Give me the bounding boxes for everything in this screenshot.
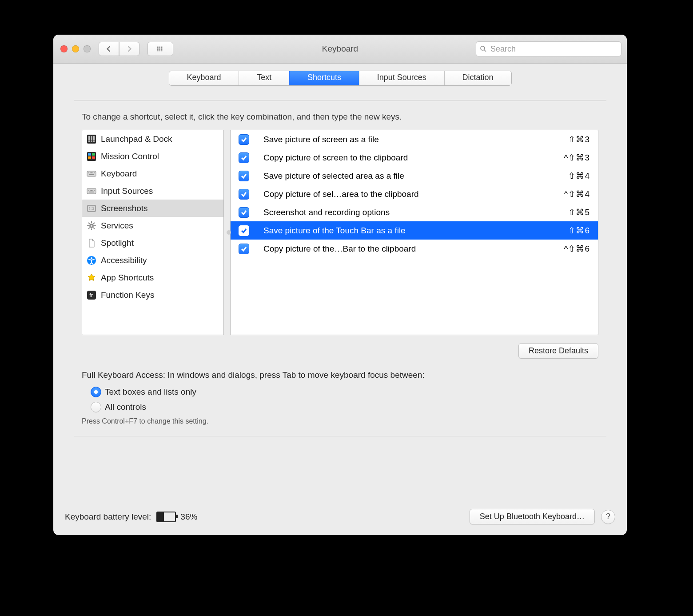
shortcut-row[interactable]: Save picture of selected area as a file⇧… bbox=[231, 167, 598, 185]
shortcut-checkbox[interactable] bbox=[239, 207, 249, 218]
svg-rect-13 bbox=[91, 136, 92, 138]
category-label: Spotlight bbox=[101, 238, 134, 248]
footer: Keyboard battery level: 36% Set Up Bluet… bbox=[53, 501, 627, 535]
shortcut-keys[interactable]: ⇧⌘6 bbox=[568, 225, 590, 236]
svg-line-10 bbox=[484, 50, 486, 52]
svg-rect-2 bbox=[161, 47, 163, 48]
keyboard-icon bbox=[87, 169, 96, 179]
category-function-keys[interactable]: fnFunction Keys bbox=[82, 286, 223, 304]
radio-all-controls[interactable]: All controls bbox=[91, 400, 598, 415]
shortcut-keys[interactable]: ⇧⌘5 bbox=[568, 207, 590, 217]
svg-rect-1 bbox=[159, 47, 160, 48]
help-button[interactable]: ? bbox=[601, 510, 615, 524]
chevron-right-icon bbox=[126, 46, 132, 52]
search-field[interactable] bbox=[476, 41, 621, 56]
fka-note: Press Control+F7 to change this setting. bbox=[82, 417, 598, 425]
close-button[interactable] bbox=[60, 45, 68, 52]
back-button[interactable] bbox=[99, 42, 119, 56]
setup-bluetooth-label: Set Up Bluetooth Keyboard… bbox=[480, 512, 585, 521]
svg-rect-31 bbox=[94, 172, 95, 173]
svg-point-51 bbox=[91, 225, 92, 227]
preferences-window: Keyboard KeyboardTextShortcutsInput Sour… bbox=[53, 35, 627, 535]
svg-rect-14 bbox=[93, 136, 95, 138]
shortcut-keys[interactable]: ^⇧⌘4 bbox=[564, 189, 590, 199]
category-accessibility[interactable]: Accessibility bbox=[82, 252, 223, 269]
shortcut-row[interactable]: Save picture of screen as a file⇧⌘3 bbox=[231, 130, 598, 148]
minimize-button[interactable] bbox=[72, 45, 79, 52]
screenshot-icon bbox=[87, 204, 96, 213]
zoom-button[interactable] bbox=[84, 45, 91, 52]
svg-rect-16 bbox=[91, 138, 92, 140]
shortcut-checkbox[interactable] bbox=[239, 134, 249, 145]
shortcut-label: Copy picture of sel…area to the clipboar… bbox=[263, 189, 558, 199]
shortcut-row[interactable]: Copy picture of screen to the clipboard^… bbox=[231, 148, 598, 167]
category-label: Screenshots bbox=[101, 204, 148, 213]
svg-rect-0 bbox=[157, 47, 159, 48]
help-label: ? bbox=[606, 512, 610, 521]
accessibility-icon bbox=[87, 256, 96, 265]
shortcut-label: Copy picture of screen to the clipboard bbox=[263, 153, 558, 163]
svg-rect-38 bbox=[94, 190, 95, 191]
shortcut-keys[interactable]: ^⇧⌘6 bbox=[564, 244, 590, 254]
tab-input-sources[interactable]: Input Sources bbox=[359, 71, 444, 85]
category-mission-control[interactable]: Mission Control bbox=[82, 148, 223, 165]
forward-button[interactable] bbox=[119, 42, 139, 56]
restore-defaults-button[interactable]: Restore Defaults bbox=[518, 343, 598, 359]
category-label: Mission Control bbox=[101, 152, 159, 161]
category-input-sources[interactable]: Input Sources bbox=[82, 182, 223, 200]
battery-icon bbox=[156, 512, 176, 522]
tab-bar: KeyboardTextShortcutsInput SourcesDictat… bbox=[169, 71, 512, 86]
category-label: Services bbox=[101, 221, 133, 231]
category-launchpad-dock[interactable]: Launchpad & Dock bbox=[82, 130, 223, 148]
radio-label: All controls bbox=[105, 402, 146, 412]
svg-rect-12 bbox=[88, 136, 90, 138]
svg-rect-24 bbox=[88, 156, 91, 159]
fka-title: Full Keyboard Access: In windows and dia… bbox=[82, 370, 598, 380]
category-keyboard[interactable]: Keyboard bbox=[82, 165, 223, 182]
shortcut-label: Copy picture of the…Bar to the clipboard bbox=[263, 244, 558, 254]
svg-line-50 bbox=[88, 228, 90, 229]
svg-line-48 bbox=[93, 228, 95, 229]
category-spotlight[interactable]: Spotlight bbox=[82, 234, 223, 252]
setup-bluetooth-button[interactable]: Set Up Bluetooth Keyboard… bbox=[470, 509, 595, 524]
shortcut-row[interactable]: Copy picture of the…Bar to the clipboard… bbox=[231, 240, 598, 258]
svg-rect-36 bbox=[91, 190, 92, 191]
search-input[interactable] bbox=[490, 44, 617, 54]
category-screenshots[interactable]: Screenshots bbox=[82, 200, 223, 217]
svg-text:fn: fn bbox=[89, 292, 93, 298]
tab-shortcuts[interactable]: Shortcuts bbox=[289, 71, 359, 85]
shortcut-row[interactable]: Copy picture of sel…area to the clipboar… bbox=[231, 185, 598, 203]
shortcut-label: Save picture of selected area as a file bbox=[263, 171, 562, 181]
gear-icon bbox=[87, 221, 96, 231]
radio-label: Text boxes and lists only bbox=[105, 387, 196, 397]
shortcut-checkbox[interactable] bbox=[239, 171, 249, 181]
splitter-handle[interactable] bbox=[227, 230, 231, 235]
shortcuts-list[interactable]: Save picture of screen as a file⇧⌘3Copy … bbox=[230, 130, 598, 335]
titlebar: Keyboard bbox=[53, 35, 627, 64]
shortcut-row[interactable]: Save picture of the Touch Bar as a file⇧… bbox=[231, 221, 598, 240]
radio-text-boxes-only[interactable]: Text boxes and lists only bbox=[91, 384, 598, 400]
show-all-button[interactable] bbox=[147, 42, 173, 56]
svg-rect-41 bbox=[89, 207, 94, 210]
category-services[interactable]: Services bbox=[82, 217, 223, 234]
shortcut-checkbox[interactable] bbox=[239, 225, 249, 236]
tab-keyboard[interactable]: Keyboard bbox=[169, 71, 239, 85]
shortcut-checkbox[interactable] bbox=[239, 152, 249, 163]
categories-list[interactable]: Launchpad & DockMission ControlKeyboardI… bbox=[82, 130, 224, 335]
shortcut-row[interactable]: Screenshot and recording options⇧⌘5 bbox=[231, 203, 598, 221]
chevron-left-icon bbox=[106, 46, 112, 52]
app-shortcut-icon bbox=[87, 273, 96, 283]
mission-control-icon bbox=[87, 152, 96, 161]
shortcut-keys[interactable]: ⇧⌘4 bbox=[568, 171, 590, 181]
shortcut-keys[interactable]: ^⇧⌘3 bbox=[564, 152, 590, 163]
category-app-shortcuts[interactable]: App Shortcuts bbox=[82, 269, 223, 286]
shortcut-keys[interactable]: ⇧⌘3 bbox=[568, 134, 590, 144]
svg-rect-32 bbox=[89, 174, 94, 175]
shortcut-checkbox[interactable] bbox=[239, 244, 249, 254]
shortcut-checkbox[interactable] bbox=[239, 189, 249, 200]
tab-dictation[interactable]: Dictation bbox=[444, 71, 511, 85]
svg-rect-17 bbox=[93, 138, 95, 140]
nav-buttons bbox=[99, 42, 139, 56]
tab-text[interactable]: Text bbox=[239, 71, 289, 85]
svg-rect-28 bbox=[90, 172, 91, 173]
